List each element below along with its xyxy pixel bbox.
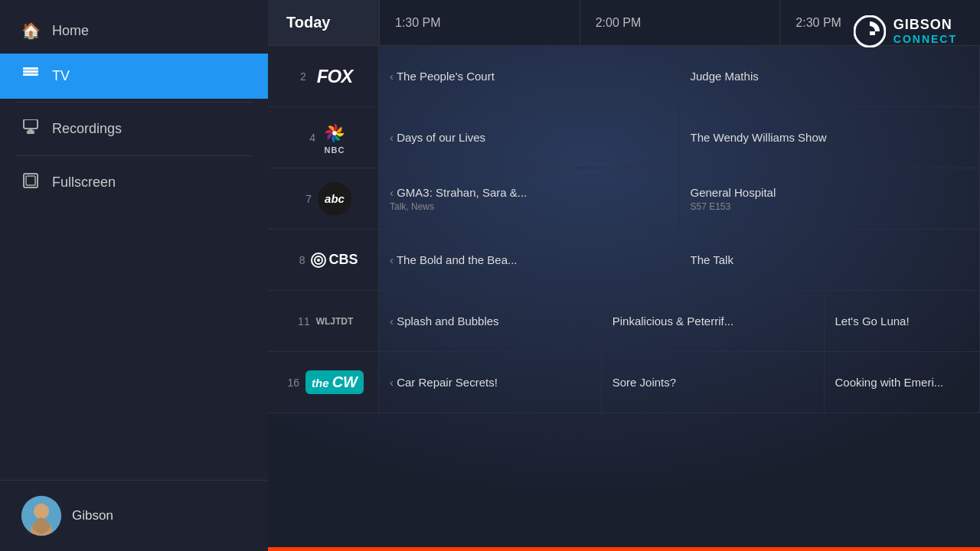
cw-logo: the CW [305,366,364,399]
sidebar-item-recordings-label: Recordings [52,121,122,137]
abc-logo: abc [318,182,351,216]
program-car-repair[interactable]: Car Repair Secrets! [379,352,602,412]
program-the-talk[interactable]: The Talk [680,230,981,290]
tv-guide: Today 1:30 PM 2:00 PM 2:30 PM 2 FOX The … [268,0,980,551]
program-judge-mathis[interactable]: Judge Mathis [680,46,981,106]
program-title: The Wendy Williams Show [691,131,969,144]
nbc-logo: NBC [322,121,348,155]
brand-icon [854,15,886,47]
program-title: Days of our Lives [390,131,668,144]
today-label: Today [268,0,379,45]
channel-info-11: 11 WLJTDT [268,291,379,351]
channel-info-4: 4 NBC [268,107,379,168]
svg-rect-2 [23,70,38,73]
program-title: Let's Go Luna! [835,315,969,328]
wljtdt-logo: WLJTDT [316,305,354,338]
program-sore-joints[interactable]: Sore Joints? [602,352,825,412]
brand-name: GIBSON [893,17,957,34]
channel-info-16: 16 the CW [268,352,379,412]
program-title: The Bold and the Bea... [390,253,668,266]
programs-ch8: The Bold and the Bea... The Talk [379,230,980,290]
channel-number-11: 11 [293,315,310,328]
programs-ch16: Car Repair Secrets! Sore Joints? Cooking… [379,352,980,412]
programs-ch11: Splash and Bubbles Pinkalicious & Peterr… [379,291,980,351]
sidebar-item-home[interactable]: 🏠 Home [0,8,268,54]
svg-rect-4 [24,119,38,129]
program-title: Judge Mathis [691,70,969,83]
program-title: Splash and Bubbles [390,315,590,328]
program-subtitle: Talk, News [390,201,668,212]
brand-tagline: CONNECT [893,33,957,46]
sidebar: 🏠 Home TV Recordings [0,0,268,551]
channel-number-7: 7 [295,193,312,205]
svg-point-12 [332,131,337,135]
svg-rect-5 [27,132,34,134]
program-subtitle: S57 E153 [691,201,969,212]
channel-info-2: 2 FOX [268,46,379,106]
username: Gibson [72,508,113,523]
program-splash-bubbles[interactable]: Splash and Bubbles [379,291,602,351]
tv-icon [21,67,40,85]
fullscreen-icon [21,173,40,192]
channel-row-2: 2 FOX The People's Court Judge Mathis [268,46,980,107]
channel-row-11: 11 WLJTDT Splash and Bubbles Pinkaliciou… [268,291,980,352]
channel-list: 2 FOX The People's Court Judge Mathis 4 [268,46,980,551]
fox-logo: FOX [312,60,357,93]
channel-info-7: 7 abc [268,168,379,229]
cbs-logo: CBS [311,243,358,277]
program-wendy-williams[interactable]: The Wendy Williams Show [680,107,981,168]
sidebar-item-recordings[interactable]: Recordings [0,106,268,152]
sidebar-item-fullscreen-label: Fullscreen [52,174,116,191]
program-title: The Talk [691,253,969,266]
nav-menu: 🏠 Home TV Recordings [0,0,268,480]
program-pinkalicious[interactable]: Pinkalicious & Peterrif... [602,291,825,351]
channel-row-4: 4 NBC [268,107,980,168]
program-title: The People's Court [390,70,668,83]
svg-rect-7 [26,176,35,185]
sidebar-item-tv-label: TV [52,68,70,84]
svg-rect-3 [23,73,38,76]
recordings-icon [21,119,40,139]
nav-divider-1 [15,102,253,103]
programs-ch7: GMA3: Strahan, Sara &... Talk, News Gene… [379,168,980,229]
sidebar-item-fullscreen[interactable]: Fullscreen [0,159,268,206]
svg-rect-1 [23,67,38,70]
time-slot-1: 1:30 PM [379,0,580,45]
program-title: Cooking with Emeri... [835,376,969,389]
channel-number-8: 8 [288,254,305,266]
program-cooking-emeri[interactable]: Cooking with Emeri... [825,352,981,412]
svg-point-15 [317,259,320,262]
nav-divider-2 [15,155,253,156]
sidebar-item-home-label: Home [52,23,89,39]
channel-row-7: 7 abc GMA3: Strahan, Sara &... Talk, New… [268,168,980,230]
program-bold-beautiful[interactable]: The Bold and the Bea... [379,230,680,290]
sidebar-item-tv[interactable]: TV [0,54,268,99]
program-title: Sore Joints? [612,376,813,389]
home-icon: 🏠 [21,21,40,40]
svg-point-11 [34,504,49,519]
program-title: Car Repair Secrets! [390,376,590,389]
program-days-of-our-lives[interactable]: Days of our Lives [379,107,680,168]
time-slot-2: 2:00 PM [580,0,780,45]
program-lets-go-luna[interactable]: Let's Go Luna! [825,291,981,351]
program-title: Pinkalicious & Peterrif... [612,315,813,328]
channel-number-16: 16 [283,377,299,389]
channel-number-2: 2 [289,70,306,83]
program-peoples-court[interactable]: The People's Court [379,46,680,106]
channel-info-8: 8 CBS [268,230,379,290]
progress-bar [268,547,980,551]
brand-logo: GIBSON CONNECT [854,15,957,47]
program-title: GMA3: Strahan, Sara &... [390,186,668,199]
cbs-eye-icon [311,253,326,268]
avatar [21,496,61,536]
program-title: General Hospital [691,186,969,199]
program-gma3[interactable]: GMA3: Strahan, Sara &... Talk, News [379,168,680,229]
program-general-hospital[interactable]: General Hospital S57 E153 [680,168,981,229]
user-profile[interactable]: Gibson [0,480,268,551]
programs-ch4: Days of our Lives The Wendy Williams Sho… [379,107,980,168]
channel-row-8: 8 CBS The Bold and the Bea... The Talk [268,230,980,291]
brand-text: GIBSON CONNECT [893,17,957,46]
peacock-icon [322,121,348,145]
channel-number-4: 4 [299,132,315,144]
channel-row-16: 16 the CW Car Repair Secrets! Sore Joint… [268,352,980,413]
